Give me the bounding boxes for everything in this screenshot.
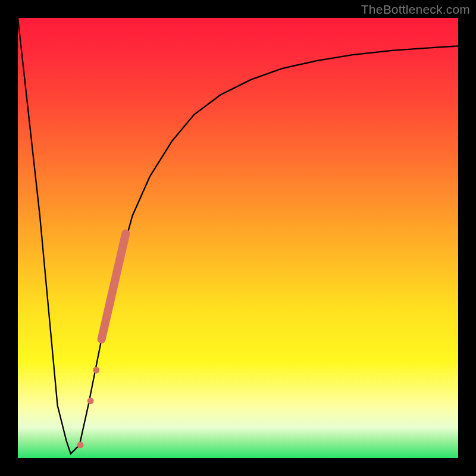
marker-a: [77, 441, 84, 448]
marker-c: [93, 367, 99, 374]
marker-b: [87, 397, 94, 404]
marker-stroke: [102, 234, 126, 340]
bottleneck-curve: [18, 18, 458, 454]
plot-area: [18, 18, 458, 458]
chart-frame: TheBottleneck.com: [0, 0, 476, 476]
curve-svg: [18, 18, 458, 458]
watermark-text: TheBottleneck.com: [361, 2, 470, 17]
